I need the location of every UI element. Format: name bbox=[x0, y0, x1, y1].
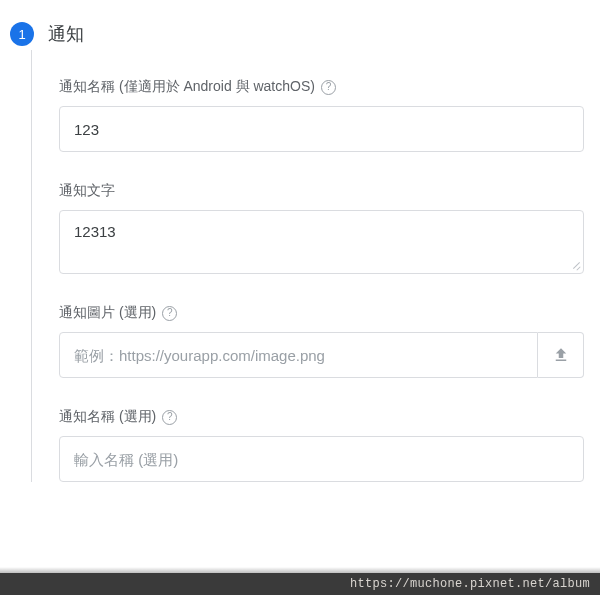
field-notification-image: 通知圖片 (選用) ? bbox=[59, 304, 590, 378]
notification-text-input[interactable] bbox=[74, 223, 569, 247]
notification-name-input[interactable] bbox=[59, 106, 584, 152]
upload-button[interactable] bbox=[538, 332, 584, 378]
step-title: 通知 bbox=[48, 22, 84, 46]
notification-text-label: 通知文字 bbox=[59, 182, 115, 200]
footer-text: https://muchone.pixnet.net/album bbox=[350, 577, 590, 591]
footer-bar: https://muchone.pixnet.net/album bbox=[0, 573, 600, 595]
step-header: 1 通知 bbox=[10, 22, 590, 46]
step-number: 1 bbox=[18, 27, 25, 42]
notification-image-label: 通知圖片 (選用) bbox=[59, 304, 156, 322]
help-icon[interactable]: ? bbox=[321, 80, 336, 95]
notification-name-optional-input[interactable] bbox=[59, 436, 584, 482]
upload-icon bbox=[552, 346, 570, 364]
label-row: 通知文字 bbox=[59, 182, 590, 200]
step-badge: 1 bbox=[10, 22, 34, 46]
notification-name-optional-label: 通知名稱 (選用) bbox=[59, 408, 156, 426]
textarea-wrapper bbox=[59, 210, 584, 274]
label-row: 通知圖片 (選用) ? bbox=[59, 304, 590, 322]
field-notification-text: 通知文字 bbox=[59, 182, 590, 274]
help-icon[interactable]: ? bbox=[162, 306, 177, 321]
notification-image-input[interactable] bbox=[59, 332, 538, 378]
label-row: 通知名稱 (選用) ? bbox=[59, 408, 590, 426]
step-content: 通知名稱 (僅適用於 Android 與 watchOS) ? 通知文字 通知圖… bbox=[31, 50, 590, 482]
field-notification-name-optional: 通知名稱 (選用) ? bbox=[59, 408, 590, 482]
image-input-row bbox=[59, 332, 584, 378]
help-icon[interactable]: ? bbox=[162, 410, 177, 425]
field-notification-name: 通知名稱 (僅適用於 Android 與 watchOS) ? bbox=[59, 78, 590, 152]
form-container: 1 通知 通知名稱 (僅適用於 Android 與 watchOS) ? 通知文… bbox=[0, 0, 600, 512]
notification-name-label: 通知名稱 (僅適用於 Android 與 watchOS) bbox=[59, 78, 315, 96]
label-row: 通知名稱 (僅適用於 Android 與 watchOS) ? bbox=[59, 78, 590, 96]
